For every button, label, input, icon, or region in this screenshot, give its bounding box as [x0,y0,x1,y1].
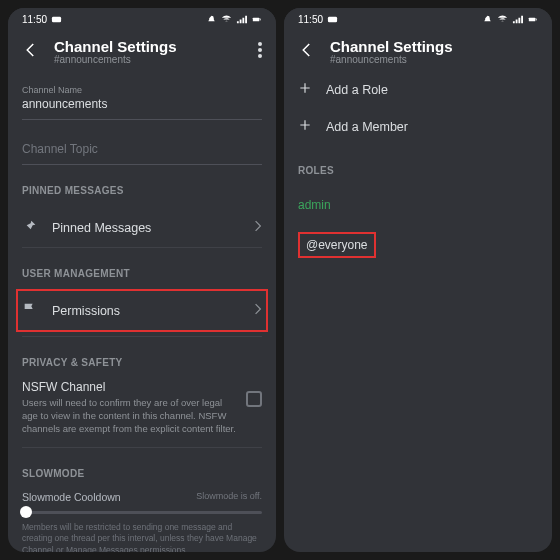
channel-topic-input[interactable]: Channel Topic [22,142,262,165]
header-title: Channel Settings [330,38,453,55]
right-phone-frame: 11:50 Channel Settings #announcements Ad… [284,8,552,552]
channel-name-input[interactable]: announcements [22,97,262,120]
permissions-label: Permissions [52,304,120,318]
pin-icon [22,218,38,237]
nsfw-title: NSFW Channel [22,380,262,394]
roles-section-label: ROLES [298,165,538,176]
status-bar: 11:50 [284,8,552,30]
wifi-icon [221,14,232,25]
back-button[interactable] [298,41,316,63]
permissions-row[interactable]: Permissions [22,291,262,330]
app-header: Channel Settings #announcements [284,30,552,71]
left-content: Channel Name announcements Channel Topic… [8,71,276,552]
header-title: Channel Settings [54,38,177,55]
slowmode-desc: Members will be restricted to sending on… [22,522,262,552]
nsfw-desc-text: Users will need to confirm they are of o… [22,397,236,434]
svg-point-4 [258,48,262,52]
plus-icon [298,81,312,98]
slowmode-title: Slowmode Cooldown [22,491,121,503]
privacy-section-label: PRIVACY & SAFETY [22,357,262,368]
plus-icon [298,118,312,135]
pinned-messages-row[interactable]: Pinned Messages [22,208,262,247]
svg-rect-8 [536,18,537,20]
add-role-row[interactable]: Add a Role [298,71,538,108]
nsfw-desc: Users will need to confirm they are of o… [22,397,262,435]
more-button[interactable] [258,42,262,62]
mute-icon [482,14,493,25]
nsfw-checkbox[interactable] [246,391,262,407]
svg-rect-6 [328,16,337,22]
svg-point-3 [258,42,262,46]
chevron-right-icon [254,303,262,318]
youtube-icon [327,14,338,25]
svg-rect-7 [529,17,535,21]
app-header: Channel Settings #announcements [8,30,276,71]
battery-icon [251,14,262,25]
add-member-row[interactable]: Add a Member [298,108,538,145]
svg-rect-1 [253,17,259,21]
flag-icon [22,301,38,320]
signal-icon [236,14,247,25]
slowmode-off: Slowmode is off. [196,491,262,503]
battery-icon [527,14,538,25]
add-role-label: Add a Role [326,83,388,97]
slowmode-slider[interactable] [22,511,262,514]
arrow-left-icon [298,41,316,59]
youtube-icon [51,14,62,25]
status-time: 11:50 [298,14,323,25]
arrow-left-icon [22,41,40,59]
left-phone-frame: 11:50 Channel Settings #announcements Ch… [8,8,276,552]
slider-thumb[interactable] [20,506,32,518]
channel-name-label: Channel Name [22,85,262,95]
add-member-label: Add a Member [326,120,408,134]
wifi-icon [497,14,508,25]
mute-icon [206,14,217,25]
svg-point-5 [258,54,262,58]
svg-rect-0 [52,16,61,22]
header-subtitle: #announcements [330,54,453,65]
right-content: Add a Role Add a Member ROLES admin @eve… [284,71,552,552]
role-everyone: @everyone [298,232,376,258]
user-mgmt-section-label: USER MANAGEMENT [22,268,262,279]
header-subtitle: #announcements [54,54,177,65]
role-admin[interactable]: admin [298,188,538,222]
pinned-label: Pinned Messages [52,221,151,235]
status-time: 11:50 [22,14,47,25]
pinned-section-label: PINNED MESSAGES [22,185,262,196]
status-bar: 11:50 [8,8,276,30]
svg-rect-2 [260,18,261,20]
back-button[interactable] [22,41,40,63]
slowmode-section-label: SLOWMODE [22,468,262,479]
role-everyone-row[interactable]: @everyone [298,222,538,268]
signal-icon [512,14,523,25]
chevron-right-icon [254,220,262,235]
more-vert-icon [258,42,262,58]
